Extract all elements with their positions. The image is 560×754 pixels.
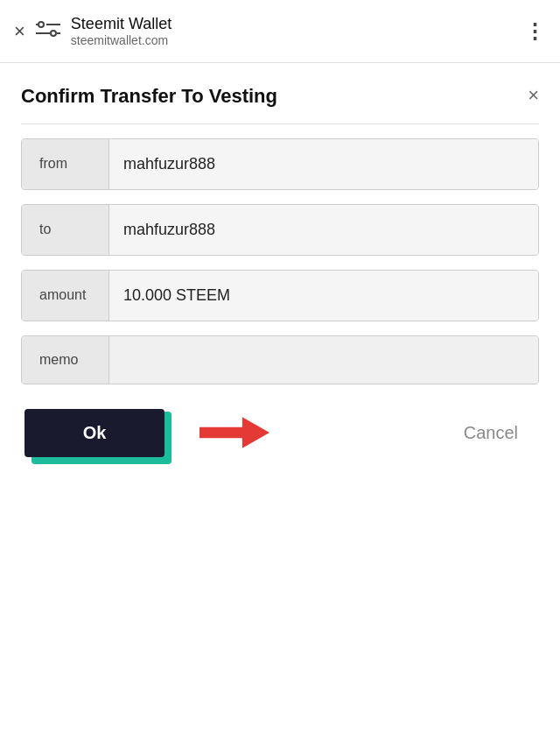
browser-site-info: Steemit Wallet steemitwallet.com <box>71 15 514 47</box>
modal-header: Confirm Transfer To Vesting × <box>21 84 539 109</box>
from-field: from mahfuzur888 <box>21 138 539 190</box>
browser-site-name: Steemit Wallet <box>71 15 514 33</box>
memo-field: memo <box>21 335 539 384</box>
to-label: to <box>22 205 109 255</box>
svg-point-0 <box>38 22 44 27</box>
ok-button-wrapper: Ok <box>24 409 164 457</box>
amount-label: amount <box>22 271 109 321</box>
from-value: mahfuzur888 <box>109 139 538 189</box>
confirm-transfer-modal: Confirm Transfer To Vesting × from mahfu… <box>0 63 560 485</box>
to-field: to mahfuzur888 <box>21 204 539 256</box>
browser-close-icon[interactable]: × <box>14 22 25 41</box>
svg-point-3 <box>51 31 56 36</box>
red-arrow-icon <box>200 417 270 448</box>
browser-more-menu-icon[interactable]: ⋮ <box>524 19 546 44</box>
from-label: from <box>22 139 109 189</box>
amount-value: 10.000 STEEM <box>109 271 538 321</box>
modal-close-icon[interactable]: × <box>528 86 539 105</box>
memo-label: memo <box>22 336 109 384</box>
buttons-area: Ok Cancel <box>21 409 539 457</box>
arrow-indicator <box>200 417 270 448</box>
ok-button[interactable]: Ok <box>24 409 164 457</box>
cancel-button[interactable]: Cancel <box>464 423 518 443</box>
memo-value <box>109 336 538 384</box>
amount-field: amount 10.000 STEEM <box>21 270 539 321</box>
modal-title: Confirm Transfer To Vesting <box>21 84 528 109</box>
modal-divider <box>21 123 539 124</box>
svg-marker-6 <box>200 417 270 448</box>
page-content: Confirm Transfer To Vesting × from mahfu… <box>0 63 560 754</box>
browser-filter-icon[interactable] <box>36 19 60 43</box>
browser-chrome: × Steemit Wallet steemitwallet.com ⋮ <box>0 0 560 63</box>
browser-site-url: steemitwallet.com <box>71 33 514 47</box>
to-value: mahfuzur888 <box>109 205 538 255</box>
